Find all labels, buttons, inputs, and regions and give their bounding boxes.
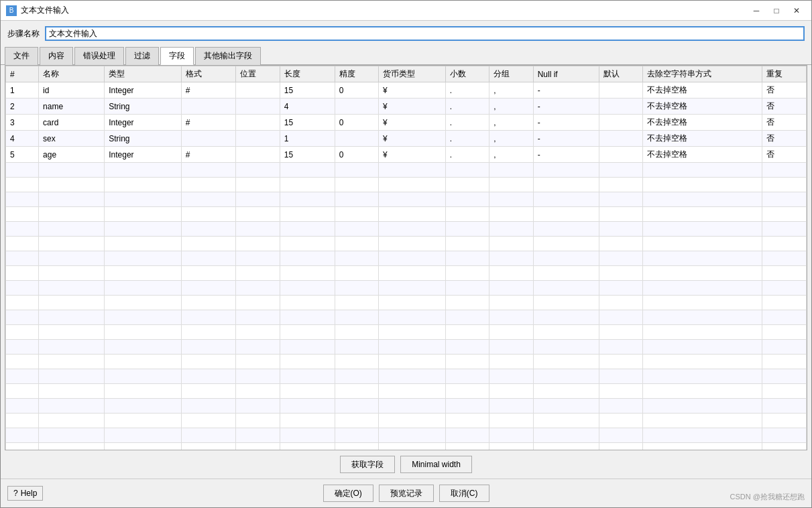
table-row[interactable]: 1idInteger#150¥.,-不去掉空格否	[6, 82, 807, 99]
step-name-input[interactable]	[45, 26, 805, 41]
empty-row	[6, 237, 807, 251]
cell-precision: 0	[335, 115, 378, 131]
cell-nullif: -	[533, 99, 599, 115]
cell-repeat: 否	[762, 82, 807, 99]
col-header-default: 默认	[599, 66, 642, 82]
col-header-num: #	[6, 66, 39, 82]
cell-length: 15	[280, 82, 335, 99]
table-header-row: # 名称 类型 格式 位置 长度 精度 货币类型 小数 分组 Null if 默…	[6, 66, 807, 82]
col-header-length: 长度	[280, 66, 335, 82]
close-button[interactable]: ✕	[787, 4, 806, 17]
main-content-area: # 名称 类型 格式 位置 长度 精度 货币类型 小数 分组 Null if 默…	[5, 65, 807, 450]
cell-type: Integer	[105, 82, 181, 99]
empty-row	[6, 207, 807, 222]
empty-row	[6, 399, 807, 414]
cell-precision	[335, 99, 378, 115]
col-header-name: 名称	[39, 66, 105, 82]
main-window: B 文本文件输入 ─ □ ✕ 步骤名称 文件 内容 错误处理 过滤 字段 其他输…	[0, 0, 812, 508]
col-header-precision: 精度	[335, 66, 378, 82]
cell-default	[599, 115, 642, 131]
empty-row	[6, 340, 807, 355]
cell-decimal: .	[445, 131, 489, 147]
col-header-type: 类型	[105, 66, 181, 82]
cell-default	[599, 131, 642, 147]
empty-row	[6, 222, 807, 237]
step-name-label: 步骤名称	[7, 28, 40, 40]
cell-decimal: .	[445, 147, 489, 163]
window-controls: ─ □ ✕	[747, 4, 806, 17]
cell-nullif: -	[533, 115, 599, 131]
table-action-buttons: 获取字段 Minimal width	[1, 450, 811, 479]
fields-table: # 名称 类型 格式 位置 长度 精度 货币类型 小数 分组 Null if 默…	[5, 66, 807, 450]
cell-decimal: .	[445, 82, 489, 99]
table-container[interactable]: # 名称 类型 格式 位置 长度 精度 货币类型 小数 分组 Null if 默…	[5, 66, 807, 450]
preview-button[interactable]: 预览记录	[379, 485, 434, 502]
cell-num: 5	[6, 147, 39, 163]
cell-name: id	[39, 82, 105, 99]
table-row[interactable]: 2nameString4¥.,-不去掉空格否	[6, 99, 807, 115]
cell-pos	[236, 82, 280, 99]
cell-pos	[236, 147, 280, 163]
cell-length: 15	[280, 115, 335, 131]
table-row[interactable]: 5ageInteger#150¥.,-不去掉空格否	[6, 147, 807, 163]
cell-precision: 0	[335, 147, 378, 163]
col-header-currency: 货币类型	[379, 66, 446, 82]
cell-default	[599, 99, 642, 115]
cell-decimal: .	[445, 99, 489, 115]
cell-repeat: 否	[762, 99, 807, 115]
cell-repeat: 否	[762, 115, 807, 131]
empty-row	[6, 443, 807, 450]
empty-row	[6, 251, 807, 266]
tab-content[interactable]: 内容	[40, 47, 73, 65]
cell-group: ,	[489, 82, 533, 99]
minimize-button[interactable]: ─	[747, 4, 766, 17]
get-fields-button[interactable]: 获取字段	[340, 456, 395, 473]
help-icon: ?	[13, 489, 18, 498]
cell-format: #	[181, 147, 236, 163]
minimal-width-button[interactable]: Minimal width	[400, 456, 472, 473]
tab-fields[interactable]: 字段	[160, 47, 194, 65]
col-header-decimal: 小数	[445, 66, 489, 82]
cell-name: card	[39, 115, 105, 131]
cell-num: 4	[6, 131, 39, 147]
empty-row	[6, 192, 807, 207]
cell-currency: ¥	[379, 99, 446, 115]
cell-group: ,	[489, 131, 533, 147]
col-header-pos: 位置	[236, 66, 280, 82]
cell-length: 4	[280, 99, 335, 115]
empty-row	[6, 266, 807, 281]
tab-other[interactable]: 其他输出字段	[195, 47, 261, 65]
col-header-nullif: Null if	[533, 66, 599, 82]
cell-currency: ¥	[379, 147, 446, 163]
maximize-button[interactable]: □	[767, 4, 786, 17]
tabs-bar: 文件 内容 错误处理 过滤 字段 其他输出字段	[1, 46, 811, 65]
cell-trim: 不去掉空格	[643, 82, 762, 99]
tab-filter[interactable]: 过滤	[125, 47, 159, 65]
tab-error[interactable]: 错误处理	[74, 47, 124, 65]
help-button[interactable]: ? Help	[7, 486, 43, 501]
cell-name: name	[39, 99, 105, 115]
tab-file[interactable]: 文件	[5, 47, 38, 65]
cell-currency: ¥	[379, 115, 446, 131]
cell-currency: ¥	[379, 82, 446, 99]
table-row[interactable]: 4sexString1¥.,-不去掉空格否	[6, 131, 807, 147]
cell-repeat: 否	[762, 131, 807, 147]
table-row[interactable]: 3cardInteger#150¥.,-不去掉空格否	[6, 115, 807, 131]
empty-row	[6, 414, 807, 428]
cell-num: 1	[6, 82, 39, 99]
cell-trim: 不去掉空格	[643, 115, 762, 131]
cell-trim: 不去掉空格	[643, 147, 762, 163]
cell-pos	[236, 99, 280, 115]
col-header-format: 格式	[181, 66, 236, 82]
empty-row	[6, 384, 807, 399]
empty-row	[6, 369, 807, 384]
cell-default	[599, 82, 642, 99]
cancel-button[interactable]: 取消(C)	[439, 485, 489, 502]
empty-row	[6, 296, 807, 310]
cell-trim: 不去掉空格	[643, 99, 762, 115]
empty-row	[6, 355, 807, 369]
empty-row	[6, 163, 807, 178]
window-title: 文本文件输入	[21, 5, 747, 16]
confirm-button[interactable]: 确定(O)	[323, 485, 373, 502]
empty-row	[6, 310, 807, 325]
